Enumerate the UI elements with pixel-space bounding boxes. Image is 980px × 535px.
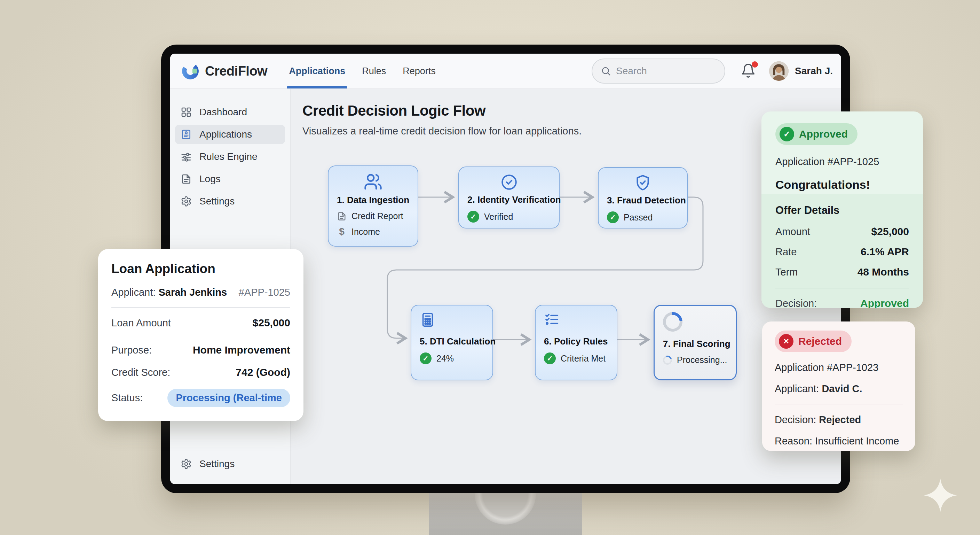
offer-details-section: Offer Details Amount $25,000 Rate 6.1% A… [762, 194, 923, 308]
sidebar-item-dashboard[interactable]: Dashboard [175, 102, 285, 122]
application-id: Application #APP-1025 [775, 156, 909, 168]
brand-name: CrediFlow [205, 64, 267, 79]
calculator-icon [420, 312, 484, 328]
reason-label: Reason: [775, 435, 812, 447]
divider [775, 404, 903, 404]
flow-node-fraud-detection[interactable]: 3. Fraud Detection Passed [598, 167, 688, 228]
search-input[interactable] [616, 65, 716, 77]
dollar-icon: $ [337, 226, 347, 237]
status-badge: Processing (Real-time [167, 389, 290, 407]
offer-rate-row: Rate 6.1% APR [775, 246, 909, 258]
page-header: Credit Decision Logic Flow Visualizes a … [302, 102, 582, 137]
flow-node-final-scoring[interactable]: 7. Final Scoring Processing... [654, 305, 737, 380]
divider [775, 288, 909, 288]
decision-label: Decision: [775, 414, 816, 425]
rejected-result-card: Rejected Application #APP-1023 Applicant… [762, 321, 915, 451]
grid-icon [181, 106, 192, 118]
node-title: 5. DTI Calculation [420, 336, 484, 347]
applicant-label: Applicant: [111, 287, 156, 298]
desktop-background: CrediFlow Applications Rules Reports [0, 0, 980, 535]
status-row: Status: Processing (Real-time [111, 389, 290, 407]
search-box[interactable] [592, 59, 725, 84]
node-detail-row: $ Income [337, 226, 409, 237]
sidebar-item-label: Dashboard [199, 107, 247, 118]
node-status-row: Criteria Met [544, 353, 608, 364]
sidebar-item-label: Applications [199, 129, 252, 140]
rejected-badge-label: Rejected [798, 335, 842, 347]
offer-amount-row: Amount $25,000 [775, 226, 909, 238]
node-status-label: Verified [484, 212, 513, 222]
loan-application-card: Loan Application Applicant: Sarah Jenkin… [98, 249, 304, 421]
notifications-button[interactable] [741, 63, 757, 80]
node-title: 2. Identity Verification [468, 194, 550, 205]
applicant-row: Applicant: David C. [775, 383, 903, 394]
sparkle-icon [923, 478, 958, 513]
credit-score-value: 742 (Good) [235, 366, 290, 378]
check-badge-icon [607, 211, 619, 223]
sidebar-footer-settings[interactable]: Settings [175, 454, 285, 474]
node-title: 3. Fraud Detection [607, 195, 679, 206]
decision-value: Approved [860, 297, 909, 308]
credit-score-row: Credit Score: 742 (Good) [111, 366, 290, 378]
sidebar-item-applications[interactable]: Applications [175, 125, 285, 144]
purpose-row: Purpose: Home Improvement [111, 344, 290, 356]
flow-node-dti-calculation[interactable]: 5. DTI Calculation 24% [410, 305, 493, 380]
node-title: 1. Data Ingestion [337, 195, 409, 206]
sidebar-item-label: Settings [199, 458, 235, 470]
sliders-icon [181, 151, 192, 163]
tab-applications[interactable]: Applications [289, 54, 345, 88]
offer-rows: Amount $25,000 Rate 6.1% APR Term 48 Mon… [775, 226, 909, 278]
status-label: Status: [111, 392, 143, 404]
decision-value: Rejected [819, 414, 861, 425]
checklist-icon [544, 312, 608, 328]
node-status-row: Processing... [663, 355, 727, 365]
notification-dot [752, 61, 758, 67]
card-title: Loan Application [111, 262, 290, 276]
loan-amount-value: $25,000 [253, 317, 290, 329]
sidebar-item-rules-engine[interactable]: Rules Engine [175, 147, 285, 166]
check-badge-icon [780, 127, 794, 141]
sidebar-footer: Settings [170, 453, 290, 475]
reason-value: Insufficient Income [815, 435, 899, 447]
divider [111, 307, 290, 308]
decision-row: Decision: Approved [775, 297, 909, 308]
applicant-text: Applicant: Sarah Jenkins [111, 287, 227, 298]
sidebar-item-settings[interactable]: Settings [175, 192, 285, 211]
node-status-row: 24% [420, 353, 484, 364]
node-status-label: 24% [436, 353, 454, 364]
gear-icon [181, 195, 192, 207]
x-badge-icon [779, 334, 794, 349]
sidebar-item-logs[interactable]: Logs [175, 169, 285, 189]
flow-node-identity-verification[interactable]: 2. Identity Verification Verified [458, 166, 560, 228]
check-badge-icon [420, 353, 431, 364]
node-status-label: Criteria Met [561, 353, 606, 364]
flow-node-data-ingestion[interactable]: 1. Data Ingestion Credit Report $ Income [328, 165, 418, 247]
offer-term-label: Term [775, 267, 798, 278]
document-icon [337, 211, 347, 221]
approved-result-card: Approved Application #APP-1025 Congratul… [762, 112, 923, 308]
brand[interactable]: CrediFlow [181, 61, 267, 81]
brand-logo-icon [181, 61, 200, 81]
purpose-value: Home Improvement [193, 344, 290, 356]
gear-icon [181, 458, 192, 470]
approved-badge: Approved [775, 123, 858, 145]
applicant-name: Sarah Jenkins [158, 287, 227, 298]
applicant-name: David C. [822, 383, 862, 394]
node-status-row: Verified [468, 211, 550, 223]
shield-check-icon [607, 174, 679, 192]
top-navbar: CrediFlow Applications Rules Reports [170, 54, 841, 89]
flow-node-policy-rules[interactable]: 6. Policy Rules Criteria Met [535, 305, 617, 380]
monitor-stand-glare [475, 490, 536, 525]
page-title: Credit Decision Logic Flow [302, 102, 582, 119]
users-icon [337, 172, 409, 191]
user-name[interactable]: Sarah J. [795, 65, 833, 77]
tab-reports[interactable]: Reports [402, 54, 436, 88]
applicant-row: Applicant: Sarah Jenkins #APP-1025 [111, 287, 290, 298]
sidebar-nav: Dashboard Applications [170, 89, 290, 212]
file-icon [181, 173, 192, 185]
decision-row: Decision: Rejected [775, 414, 903, 426]
tab-rules[interactable]: Rules [362, 54, 386, 88]
node-detail-label: Credit Report [352, 211, 403, 221]
applicant-label: Applicant: [775, 383, 819, 394]
avatar[interactable] [769, 61, 789, 81]
